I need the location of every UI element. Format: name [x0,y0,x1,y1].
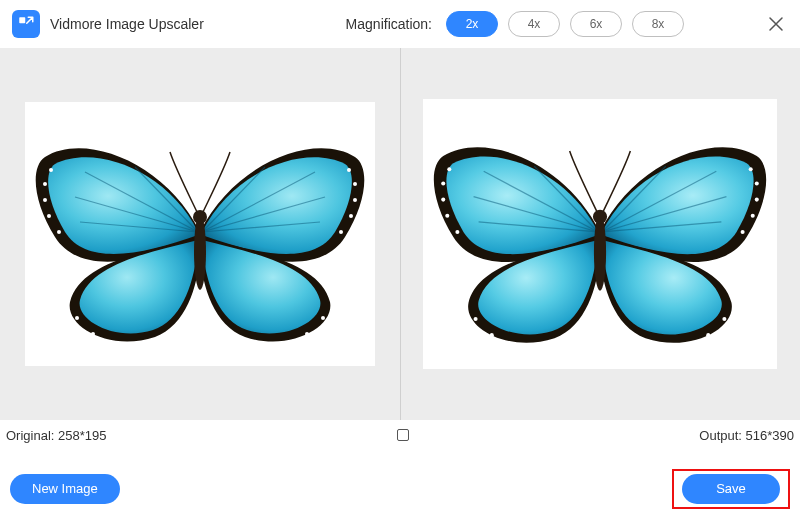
svg-point-11 [75,316,79,320]
aspect-ratio-icon [397,429,409,441]
svg-point-38 [659,343,663,347]
svg-point-30 [741,230,745,234]
svg-rect-0 [19,17,25,23]
magnification-group: Magnification: 2x 4x 6x 8x [346,11,684,37]
svg-point-17 [283,342,287,346]
butterfly-image-original [25,102,375,366]
svg-point-16 [305,332,309,336]
original-dimensions: Original: 258*195 [6,428,106,443]
butterfly-image-output [423,99,777,369]
magnification-8x[interactable]: 8x [632,11,684,37]
svg-point-26 [749,167,753,171]
svg-point-2 [43,182,47,186]
top-bar: Vidmore Image Upscaler Magnification: 2x… [0,0,800,48]
close-icon [767,15,785,33]
svg-point-34 [538,343,542,347]
svg-point-5 [57,230,61,234]
save-highlight: Save [672,469,790,509]
output-pane [401,48,801,420]
original-image[interactable] [25,102,375,366]
svg-point-13 [113,342,117,346]
svg-point-31 [474,317,478,321]
magnification-2x[interactable]: 2x [446,11,498,37]
svg-point-40 [593,210,607,224]
svg-point-18 [258,342,262,346]
svg-point-27 [755,181,759,185]
save-button[interactable]: Save [682,474,780,504]
close-button[interactable] [764,12,788,36]
svg-point-29 [751,214,755,218]
app-title: Vidmore Image Upscaler [50,16,204,32]
status-bar: Original: 258*195 Output: 516*390 [0,420,800,450]
magnification-4x[interactable]: 4x [508,11,560,37]
svg-point-33 [512,343,516,347]
svg-point-22 [441,181,445,185]
svg-point-20 [193,210,207,224]
svg-point-24 [446,214,450,218]
upscale-icon [17,15,35,33]
svg-point-15 [321,316,325,320]
svg-point-19 [194,214,206,290]
svg-point-36 [706,333,710,337]
magnification-6x[interactable]: 6x [570,11,622,37]
svg-point-1 [49,168,53,172]
output-image[interactable] [423,99,777,369]
svg-point-8 [353,198,357,202]
svg-point-10 [339,230,343,234]
new-image-button[interactable]: New Image [10,474,120,504]
svg-point-39 [594,214,606,291]
footer-bar: New Image Save [0,450,800,527]
output-dimensions: Output: 516*390 [699,428,794,443]
svg-point-21 [448,167,452,171]
svg-point-9 [349,214,353,218]
svg-point-35 [723,317,727,321]
svg-point-3 [43,198,47,202]
svg-point-4 [47,214,51,218]
svg-point-37 [684,343,688,347]
aspect-lock[interactable] [106,429,699,441]
preview-workspace [0,48,800,420]
app-logo [12,10,40,38]
svg-point-12 [91,332,95,336]
original-pane [0,48,400,420]
svg-point-14 [138,342,142,346]
svg-point-28 [755,198,759,202]
svg-point-7 [353,182,357,186]
svg-point-25 [456,230,460,234]
svg-point-23 [441,198,445,202]
svg-point-6 [347,168,351,172]
svg-point-32 [490,333,494,337]
magnification-label: Magnification: [346,16,432,32]
